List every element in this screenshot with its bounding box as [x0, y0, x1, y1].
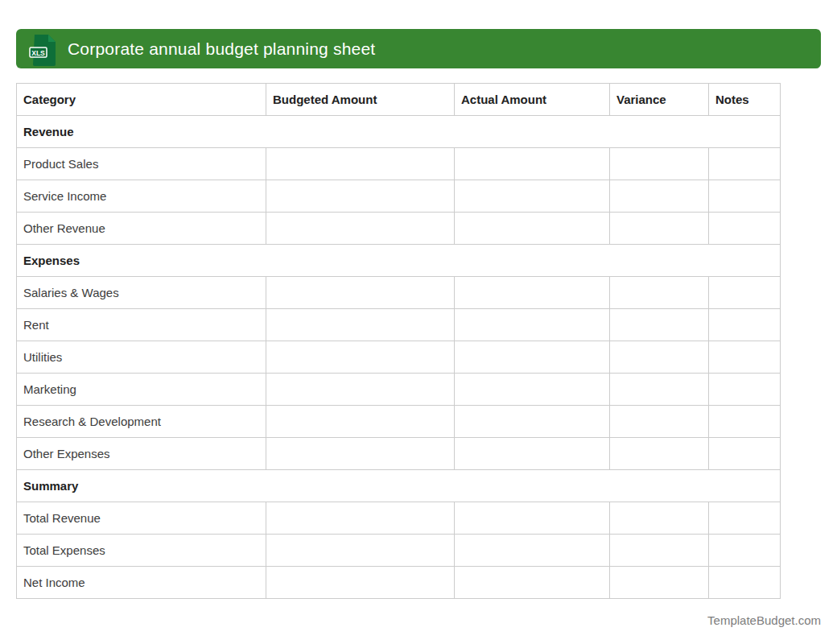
title-bar: XLS Corporate annual budget planning she…: [16, 29, 821, 68]
empty-value-cell: [266, 438, 455, 470]
table-row: Service Income: [17, 180, 781, 213]
empty-value-cell: [709, 438, 781, 470]
table-row: Research & Development: [17, 406, 781, 438]
empty-value-cell: [455, 406, 610, 438]
category-cell: Rent: [17, 309, 266, 341]
budget-table-body: RevenueProduct SalesService IncomeOther …: [17, 116, 781, 599]
category-cell: Net Income: [17, 567, 266, 599]
template-page: XLS Corporate annual budget planning she…: [0, 0, 837, 644]
section-row: Summary: [17, 470, 781, 502]
empty-value-cell: [709, 567, 781, 599]
category-cell: Other Expenses: [17, 438, 266, 470]
section-row: Revenue: [17, 116, 781, 148]
section-row: Expenses: [17, 245, 781, 277]
empty-value-cell: [455, 502, 610, 535]
table-row: Other Expenses: [17, 438, 781, 470]
column-header-category: Category: [17, 84, 266, 116]
empty-value-cell: [610, 148, 709, 180]
section-label: Revenue: [17, 116, 781, 148]
table-row: Rent: [17, 309, 781, 341]
empty-value-cell: [455, 374, 610, 406]
empty-value-cell: [709, 148, 781, 180]
empty-value-cell: [266, 502, 455, 535]
empty-value-cell: [709, 341, 781, 374]
category-cell: Service Income: [17, 180, 266, 213]
column-header-actual-amount: Actual Amount: [455, 84, 610, 116]
empty-value-cell: [709, 406, 781, 438]
empty-value-cell: [266, 277, 455, 309]
category-cell: Marketing: [17, 374, 266, 406]
empty-value-cell: [610, 567, 709, 599]
empty-value-cell: [709, 309, 781, 341]
empty-value-cell: [455, 213, 610, 245]
empty-value-cell: [610, 309, 709, 341]
empty-value-cell: [266, 535, 455, 567]
xls-file-icon: XLS: [29, 34, 56, 66]
category-cell: Utilities: [17, 341, 266, 374]
empty-value-cell: [610, 213, 709, 245]
empty-value-cell: [455, 148, 610, 180]
empty-value-cell: [455, 309, 610, 341]
xls-icon-label: XLS: [31, 48, 45, 56]
section-label: Expenses: [17, 245, 781, 277]
empty-value-cell: [610, 180, 709, 213]
budget-table: Category Budgeted Amount Actual Amount V…: [16, 83, 781, 599]
empty-value-cell: [455, 535, 610, 567]
empty-value-cell: [610, 438, 709, 470]
category-cell: Total Revenue: [17, 502, 266, 535]
table-row: Product Sales: [17, 148, 781, 180]
empty-value-cell: [709, 535, 781, 567]
category-cell: Salaries & Wages: [17, 277, 266, 309]
empty-value-cell: [455, 180, 610, 213]
category-cell: Research & Development: [17, 406, 266, 438]
category-cell: Product Sales: [17, 148, 266, 180]
table-row: Salaries & Wages: [17, 277, 781, 309]
empty-value-cell: [266, 309, 455, 341]
empty-value-cell: [610, 277, 709, 309]
column-header-budgeted-amount: Budgeted Amount: [266, 84, 455, 116]
empty-value-cell: [610, 406, 709, 438]
empty-value-cell: [709, 213, 781, 245]
category-cell: Total Expenses: [17, 535, 266, 567]
empty-value-cell: [709, 180, 781, 213]
empty-value-cell: [266, 213, 455, 245]
table-row: Utilities: [17, 341, 781, 374]
empty-value-cell: [610, 374, 709, 406]
category-cell: Other Revenue: [17, 213, 266, 245]
empty-value-cell: [455, 341, 610, 374]
column-header-variance: Variance: [610, 84, 709, 116]
empty-value-cell: [266, 148, 455, 180]
empty-value-cell: [709, 277, 781, 309]
table-row: Marketing: [17, 374, 781, 406]
empty-value-cell: [455, 277, 610, 309]
empty-value-cell: [266, 406, 455, 438]
site-credit-link[interactable]: TemplateBudget.com: [707, 613, 821, 627]
empty-value-cell: [266, 567, 455, 599]
empty-value-cell: [709, 374, 781, 406]
column-header-notes: Notes: [709, 84, 781, 116]
empty-value-cell: [266, 180, 455, 213]
empty-value-cell: [610, 535, 709, 567]
section-label: Summary: [17, 470, 781, 502]
table-row: Total Expenses: [17, 535, 781, 567]
table-header-row: Category Budgeted Amount Actual Amount V…: [17, 84, 781, 116]
table-row: Net Income: [17, 567, 781, 599]
empty-value-cell: [455, 438, 610, 470]
empty-value-cell: [266, 374, 455, 406]
empty-value-cell: [455, 567, 610, 599]
empty-value-cell: [610, 341, 709, 374]
table-row: Other Revenue: [17, 213, 781, 245]
empty-value-cell: [266, 341, 455, 374]
empty-value-cell: [709, 502, 781, 535]
empty-value-cell: [610, 502, 709, 535]
page-title: Corporate annual budget planning sheet: [68, 39, 375, 59]
table-row: Total Revenue: [17, 502, 781, 535]
